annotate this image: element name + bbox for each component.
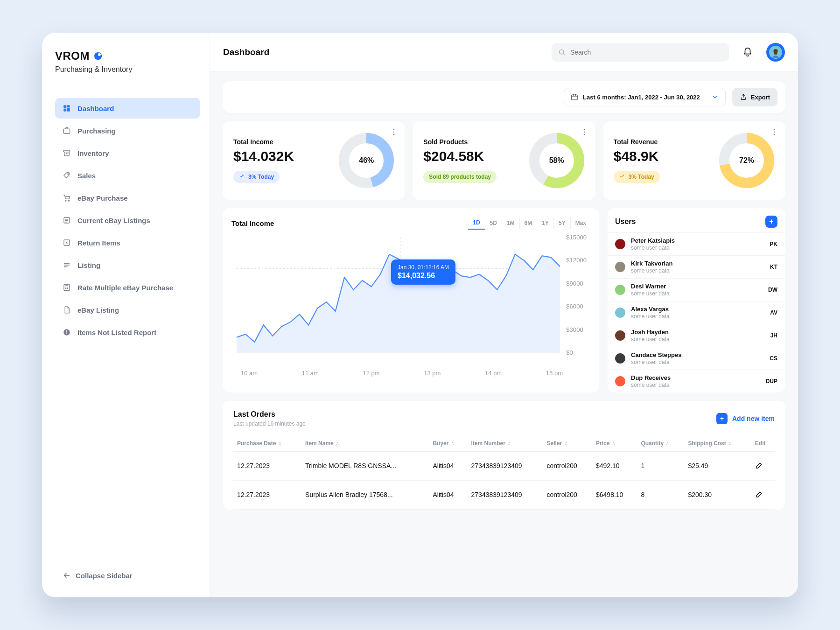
search-input[interactable] — [570, 49, 722, 56]
sort-icon — [665, 440, 670, 447]
user-row[interactable]: Candace Steppessome user dataCS — [608, 347, 785, 370]
sidebar-item-label: Rate Multiple eBay Purchase — [77, 284, 173, 292]
svg-point-6 — [68, 174, 69, 175]
kpi-value: $14.032K — [233, 148, 330, 164]
avatar-icon — [769, 46, 782, 59]
sidebar-item-label: Return Items — [77, 239, 120, 247]
kpi-donut: 58% — [528, 132, 586, 189]
svg-text:$9000: $9000 — [566, 280, 583, 287]
kpi-donut: 72% — [718, 132, 776, 189]
add-item-button[interactable]: + Add new item — [716, 413, 775, 424]
kpi-label: Total Revenue — [614, 138, 710, 146]
return-icon — [63, 238, 71, 247]
user-name: Josh Hayden — [631, 329, 670, 336]
user-avatar[interactable] — [766, 43, 785, 62]
svg-rect-1 — [67, 105, 70, 107]
svg-rect-11 — [64, 284, 70, 291]
chart-range-5d[interactable]: 5D — [485, 217, 502, 229]
user-row[interactable]: Kirk Takvoriansome user dataKT — [608, 255, 785, 278]
sidebar-item-dashboard[interactable]: Dashboard — [55, 98, 200, 119]
sidebar-item-items-not-listed-report[interactable]: Items Not Listed Report — [55, 322, 200, 343]
calendar-icon — [571, 93, 578, 101]
orders-col-edit[interactable]: Edit — [751, 435, 775, 452]
orders-col-item-name[interactable]: Item Name — [301, 435, 429, 452]
user-initials: KT — [770, 264, 777, 270]
chart-range-1m[interactable]: 1M — [502, 217, 519, 229]
orders-col-quantity[interactable]: Quantity — [637, 435, 684, 452]
user-row[interactable]: Josh Haydensome user dataJH — [608, 324, 785, 347]
orders-col-seller[interactable]: Seller — [543, 435, 592, 452]
user-initials: PK — [770, 241, 777, 247]
user-avatar-mini — [615, 262, 625, 272]
export-button[interactable]: Export — [732, 88, 777, 106]
orders-table: Purchase Date Item Name Buyer Item Numbe… — [233, 435, 775, 510]
cell-seller: control200 — [543, 480, 592, 509]
svg-text:$6000: $6000 — [566, 303, 583, 310]
orders-col-item-number[interactable]: Item Number — [468, 435, 543, 452]
sidebar-item-return-items[interactable]: Return Items — [55, 232, 200, 253]
table-row[interactable]: 12.27.2023Trimble MODEL R8S GNSSA...Alit… — [233, 451, 775, 480]
user-name: Dup Receives — [631, 374, 671, 382]
orders-col-purchase-date[interactable]: Purchase Date — [233, 435, 301, 452]
sidebar-item-listing[interactable]: Listing — [55, 255, 200, 275]
sort-icon — [611, 440, 616, 447]
list-icon — [63, 216, 71, 224]
cell-price: $492.10 — [592, 451, 637, 480]
date-range-picker[interactable]: Last 6 months: Jan1, 2022 - Jun 30, 2022 — [564, 88, 726, 106]
svg-rect-0 — [63, 105, 66, 108]
edit-row-button[interactable] — [751, 480, 775, 509]
chart-x-labels: 10 am11 am12 pm13 pm14 pm15 pm — [231, 368, 591, 379]
user-avatar-mini — [615, 353, 625, 364]
sidebar-item-ebay-purchase[interactable]: eBay Purchase — [55, 188, 200, 208]
sidebar-item-sales[interactable]: Sales — [55, 165, 200, 186]
sort-icon — [507, 440, 511, 447]
orders-card: Last Orders Last updated 16 minutes ago … — [223, 401, 785, 510]
cell-item: Surplus Allen Bradley 17568... — [301, 480, 429, 509]
sort-icon — [278, 440, 282, 447]
user-row[interactable]: Dup Receivessome user dataDUP — [608, 370, 785, 392]
alert-icon — [63, 328, 71, 336]
search[interactable] — [552, 43, 729, 62]
chart-range-max[interactable]: Max — [570, 217, 591, 229]
sidebar-nav: DashboardPurchasingInventorySaleseBay Pu… — [55, 98, 200, 343]
user-avatar-mini — [615, 239, 625, 249]
chart-range-1d[interactable]: 1D — [468, 217, 484, 230]
svg-point-8 — [68, 200, 69, 201]
user-row[interactable]: Desi Warnersome user dataDW — [608, 278, 785, 301]
orders-col-price[interactable]: Price — [592, 435, 637, 452]
sidebar-item-current-ebay-listings[interactable]: Current eBay Listings — [55, 210, 200, 231]
page-title: Dashboard — [223, 47, 269, 57]
sidebar-item-label: eBay Listing — [77, 306, 119, 314]
add-user-button[interactable]: + — [765, 216, 777, 228]
orders-col-buyer[interactable]: Buyer — [429, 435, 467, 452]
table-row[interactable]: 12.27.2023Surplus Allen Bradley 17568...… — [233, 480, 775, 509]
sidebar-item-purchasing[interactable]: Purchasing — [55, 120, 200, 141]
user-initials: DUP — [766, 378, 777, 385]
logo-icon — [94, 52, 102, 60]
user-row[interactable]: Alexa Vargassome user dataAV — [608, 301, 785, 324]
sidebar-item-rate-multiple-ebay-purchase[interactable]: Rate Multiple eBay Purchase — [55, 277, 200, 298]
svg-point-26 — [583, 129, 584, 130]
cell-buyer: Alitis04 — [429, 451, 467, 480]
sidebar-item-label: Items Not Listed Report — [77, 329, 156, 336]
cell-price: $6498.10 — [592, 480, 637, 509]
user-subtext: some user data — [631, 336, 670, 343]
bell-icon — [742, 47, 753, 57]
notifications-button[interactable] — [738, 43, 757, 62]
orders-col-shipping-cost[interactable]: Shipping Cost — [684, 435, 751, 452]
collapse-sidebar[interactable]: Collapse Sidebar — [55, 567, 200, 584]
toolbar-card: Last 6 months: Jan1, 2022 - Jun 30, 2022… — [223, 81, 785, 113]
chart-area[interactable]: $15000$12000$9000$6000$3000$0 Jan 30, 01… — [231, 232, 591, 368]
user-name: Kirk Takvorian — [631, 260, 672, 267]
chart-range-5y[interactable]: 5Y — [553, 217, 570, 229]
edit-row-button[interactable] — [751, 451, 775, 480]
search-icon — [558, 49, 566, 56]
user-row[interactable]: Peter Katsiapissome user dataPK — [608, 232, 785, 255]
chart-range-6m[interactable]: 6M — [519, 217, 537, 229]
tag-icon — [63, 171, 71, 180]
chart-range-1y[interactable]: 1Y — [537, 217, 553, 229]
sidebar-item-ebay-listing[interactable]: eBay Listing — [55, 300, 200, 320]
sidebar-item-inventory[interactable]: Inventory — [55, 143, 200, 163]
sort-icon — [335, 440, 340, 447]
export-icon — [740, 93, 747, 101]
